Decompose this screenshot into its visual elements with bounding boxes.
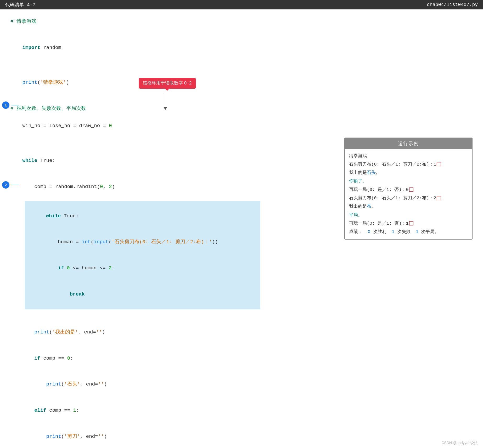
input-indicator-2 bbox=[409, 188, 413, 192]
code-line-elif-comp1: elif comp == 1: bbox=[10, 398, 473, 424]
header-filename: chap04/list0407.py bbox=[427, 2, 478, 7]
header-title: 代码清单 4-7 bbox=[5, 2, 35, 8]
badge-2: 2 bbox=[2, 181, 9, 189]
run-line-6: 石头剪刀布(0: 石头／1: 剪刀／2:布)：2 bbox=[349, 194, 468, 202]
run-line-9: 再玩一局(0: 是／1: 否)：1 bbox=[349, 219, 468, 228]
code-line-blank2 bbox=[10, 61, 473, 69]
run-line-10: 成绩： 0 次胜利 1 次失败 1 次平局。 bbox=[349, 228, 468, 236]
code-line-if-human: if 0 <= human <= 2: bbox=[28, 255, 257, 281]
annotation-bubble: 该循环用于读取数字 0~2 bbox=[139, 78, 196, 89]
run-example-body: 猜拳游戏 石头剪刀布(0: 石头／1: 剪刀／2:布)：1 我出的是石头。 你输… bbox=[345, 149, 472, 239]
run-line-7: 我出的是布。 bbox=[349, 202, 468, 211]
code-line-comment1: # 猜拳游戏 bbox=[10, 17, 473, 26]
badge-1: 1 bbox=[2, 101, 9, 109]
run-example-header: 运行示例 bbox=[345, 138, 472, 149]
badge-2-line bbox=[12, 185, 19, 185]
header: 代码清单 4-7 chap04/list0407.py bbox=[0, 0, 483, 9]
code-line-human: human = int(input('石头剪刀布(0: 石头／1: 剪刀／2:布… bbox=[28, 229, 257, 255]
annotation-arrow bbox=[163, 107, 167, 110]
code-line-print1: print('猜拳游戏') bbox=[10, 70, 473, 96]
annotation-line bbox=[165, 93, 165, 107]
run-line-8: 平局。 bbox=[349, 211, 468, 219]
run-line-2: 石头剪刀布(0: 石头／1: 剪刀／2:布)：1 bbox=[349, 160, 468, 169]
code-line-blank3 bbox=[10, 95, 473, 104]
code-area: 该循环用于读取数字 0~2 1 2 # 猜拳游戏 import random p… bbox=[0, 9, 483, 448]
run-line-5: 再玩一局(0: 是／1: 否)：0 bbox=[349, 186, 468, 194]
code-line-blank5 bbox=[10, 310, 473, 319]
code-line-init: win_no = lose_no = draw_no = 0 bbox=[10, 113, 473, 139]
code-line-print-scissors: print('剪刀', end='') bbox=[10, 424, 473, 448]
footer-watermark: CSDN @andyyah说法 bbox=[441, 441, 478, 445]
input-indicator-1 bbox=[437, 162, 441, 166]
run-line-1: 猜拳游戏 bbox=[349, 152, 468, 160]
run-line-3: 我出的是石头。 bbox=[349, 169, 468, 177]
code-line-blank1 bbox=[10, 26, 473, 35]
run-example-box: 运行示例 猜拳游戏 石头剪刀布(0: 石头／1: 剪刀／2:布)：1 我出的是石… bbox=[344, 138, 473, 240]
badge-1-line bbox=[12, 105, 19, 105]
input-indicator-4 bbox=[409, 221, 413, 225]
code-line-if-comp0: if comp == 0: bbox=[10, 345, 473, 371]
code-line-import: import random bbox=[10, 35, 473, 61]
run-line-4: 你输了。 bbox=[349, 177, 468, 185]
input-indicator-3 bbox=[437, 196, 441, 200]
code-line-break1: break bbox=[28, 281, 257, 308]
code-line-print-stone: print('石头', end='') bbox=[10, 371, 473, 398]
code-line-while2: while True: bbox=[28, 203, 257, 229]
badge-2-container: 2 bbox=[2, 181, 19, 189]
highlight-block-blue: while True: human = int(input('石头剪刀布(0: … bbox=[25, 201, 260, 309]
code-line-comment2: # 胜利次数、失败次数、平局次数 bbox=[10, 104, 473, 113]
badge-1-container: 1 bbox=[2, 101, 19, 109]
code-line-print-wode: print('我出的是', end='') bbox=[10, 319, 473, 345]
